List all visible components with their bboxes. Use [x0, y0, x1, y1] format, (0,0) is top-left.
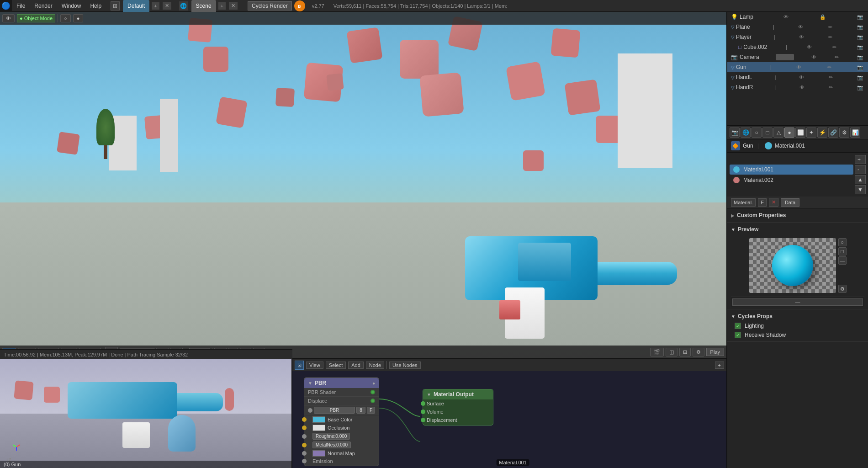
- mat-remove-slot-btn[interactable]: -: [855, 165, 866, 174]
- small-viewport[interactable]: +Z (0) Gun: [0, 359, 292, 468]
- outliner-gun[interactable]: ▽ Gun | 👁 ✏ 📷: [727, 62, 868, 72]
- camera-render[interactable]: 📷: [856, 54, 864, 60]
- player-eye[interactable]: 👁: [798, 34, 805, 40]
- cube-eye[interactable]: 👁: [806, 44, 813, 50]
- mat-move-down-btn[interactable]: ▼: [855, 185, 866, 194]
- prop-scene-icon[interactable]: 🌐: [741, 128, 751, 138]
- outliner-plane[interactable]: ▽ Plane | 👁 ✏ 📷: [727, 22, 868, 32]
- play-btn[interactable]: Play: [706, 348, 724, 356]
- plane-lock[interactable]: ✏: [827, 24, 833, 30]
- preview-plane-btn[interactable]: —: [838, 256, 847, 265]
- plane-eye[interactable]: 👁: [797, 24, 804, 30]
- mat-move-up-btn[interactable]: ▲: [855, 175, 866, 184]
- pbr-field-input[interactable]: PBR: [314, 407, 355, 414]
- outliner-player[interactable]: ▽ Player | 👁 ✏ 📷: [727, 32, 868, 42]
- node-select-btn[interactable]: Select: [326, 362, 346, 369]
- render-btn[interactable]: 🎬: [650, 348, 664, 356]
- render-engine-select[interactable]: Cycles Render: [248, 1, 292, 11]
- gun-eye[interactable]: 👁: [795, 64, 802, 70]
- material-output-node[interactable]: ▼ Material Output Surface Volume: [423, 389, 493, 425]
- node-view-btn[interactable]: View: [306, 362, 323, 369]
- occlusion-swatch[interactable]: [312, 425, 325, 431]
- mat-item-002[interactable]: Material.002: [730, 175, 853, 185]
- lamp-eye[interactable]: 👁: [783, 14, 789, 20]
- node-plus-btn[interactable]: +: [715, 362, 724, 369]
- prop-modifiers-icon[interactable]: ⚙: [839, 128, 849, 138]
- prop-data-icon[interactable]: 📊: [850, 128, 860, 138]
- lighting-checkbox[interactable]: ✓: [735, 323, 741, 329]
- handl-eye[interactable]: 👁: [798, 74, 805, 80]
- shading-wire-btn[interactable]: ○: [60, 14, 71, 22]
- handr-eye[interactable]: 👁: [799, 85, 805, 90]
- outliner-cube002[interactable]: □ Cube.002 | 👁 ✏ 📷: [727, 42, 868, 52]
- lamp-lock[interactable]: 🔒: [819, 14, 827, 20]
- menu-window[interactable]: Window: [57, 0, 86, 12]
- pbr-node[interactable]: ▼ PBR ● PBR Shader Displace: [304, 378, 379, 466]
- player-lock[interactable]: ✏: [827, 34, 833, 40]
- overlay-btn[interactable]: ⊞: [679, 348, 691, 356]
- prop-physics-icon[interactable]: ⚡: [817, 128, 827, 138]
- handl-render[interactable]: 📷: [856, 74, 864, 80]
- workspace-layout-icon[interactable]: ⊞: [111, 1, 120, 11]
- node-canvas[interactable]: ▼ PBR ● PBR Shader Displace: [299, 375, 726, 468]
- preview-cube-btn[interactable]: □: [838, 247, 847, 255]
- workspace-default-tab[interactable]: Default: [123, 0, 149, 12]
- prop-world-icon[interactable]: ○: [752, 128, 762, 138]
- mat-output-collapse[interactable]: ▼: [427, 392, 431, 397]
- layer-btn[interactable]: ◫: [666, 348, 677, 356]
- scene-add-btn[interactable]: +: [218, 2, 226, 10]
- player-render[interactable]: 📷: [856, 34, 864, 40]
- mat-delete-btn[interactable]: ✕: [769, 198, 778, 207]
- mat-item-001[interactable]: Material.001: [730, 165, 853, 175]
- cycles-props-header[interactable]: ▼ Cycles Props: [731, 311, 864, 321]
- workspace-close-btn[interactable]: ✕: [163, 2, 171, 10]
- menu-help[interactable]: Help: [85, 0, 106, 12]
- prop-constraints-icon[interactable]: 🔗: [828, 128, 838, 138]
- handr-lock[interactable]: ✏: [828, 85, 834, 90]
- receive-shadow-checkbox[interactable]: ✓: [735, 332, 741, 338]
- menu-render[interactable]: Render: [30, 0, 57, 12]
- gun-lock[interactable]: ✏: [826, 64, 832, 70]
- node-add-btn[interactable]: Add: [348, 362, 364, 369]
- mat-add-slot-btn[interactable]: +: [855, 155, 866, 164]
- cube-lock[interactable]: ✏: [831, 44, 837, 50]
- viewport-view-mode-btn[interactable]: 👁: [2, 14, 15, 22]
- camera-eye[interactable]: 👁: [810, 54, 817, 60]
- handl-lock[interactable]: ✏: [828, 74, 834, 80]
- data-btn[interactable]: Data: [781, 198, 799, 207]
- f-field-input[interactable]: F: [367, 407, 375, 414]
- prop-mesh-icon[interactable]: △: [773, 128, 783, 138]
- settings-btn2[interactable]: ⚙: [693, 348, 704, 356]
- preview-pan-bar[interactable]: —: [732, 298, 863, 306]
- preview-sphere-btn[interactable]: ○: [838, 238, 847, 246]
- outliner-handl[interactable]: ▽ HandL | 👁 ✏ 📷: [727, 72, 868, 82]
- handr-render[interactable]: 📷: [856, 85, 864, 90]
- lamp-render[interactable]: 📷: [856, 14, 864, 20]
- mat-name-field[interactable]: Material.: [731, 198, 756, 207]
- cube-render[interactable]: 📷: [856, 44, 864, 50]
- prop-particles-icon[interactable]: ✦: [806, 128, 816, 138]
- pbr-collapse-icon[interactable]: ▼: [308, 381, 312, 386]
- workspace-add-btn[interactable]: +: [152, 2, 159, 10]
- pbr-node-menu[interactable]: ●: [372, 381, 375, 386]
- preview-header[interactable]: ▼ Preview: [731, 224, 864, 234]
- outliner-handr[interactable]: ▽ HandR | 👁 ✏ 📷: [727, 82, 868, 92]
- custom-props-header[interactable]: ▶ Custom Properties: [731, 210, 864, 220]
- camera-lock[interactable]: ✏: [834, 54, 840, 60]
- prop-object-icon[interactable]: □: [762, 128, 773, 138]
- preview-settings-btn[interactable]: ⚙: [838, 285, 847, 293]
- roughness-field[interactable]: Roughne:0.000: [312, 433, 350, 440]
- outliner-lamp[interactable]: 💡 Lamp 👁 🔒 📷: [727, 12, 868, 22]
- prop-material-icon[interactable]: ●: [784, 128, 794, 138]
- node-node-btn[interactable]: Node: [366, 362, 384, 369]
- normal-swatch[interactable]: [312, 450, 325, 457]
- base-color-swatch[interactable]: [312, 416, 325, 423]
- node-use-nodes-btn[interactable]: Use Nodes: [389, 362, 420, 369]
- shading-solid-btn[interactable]: ●: [73, 14, 84, 22]
- plane-render[interactable]: 📷: [856, 24, 864, 30]
- viewport-3d[interactable]: 👁 ● Object Mode ○ ● 📐 View Select Add Ob…: [0, 12, 726, 358]
- num-field-input[interactable]: 8: [356, 407, 365, 414]
- f-btn[interactable]: F: [758, 198, 767, 207]
- prop-texture-icon[interactable]: ⬜: [795, 128, 805, 138]
- metalness-field[interactable]: MetalNes:0.000: [312, 441, 351, 448]
